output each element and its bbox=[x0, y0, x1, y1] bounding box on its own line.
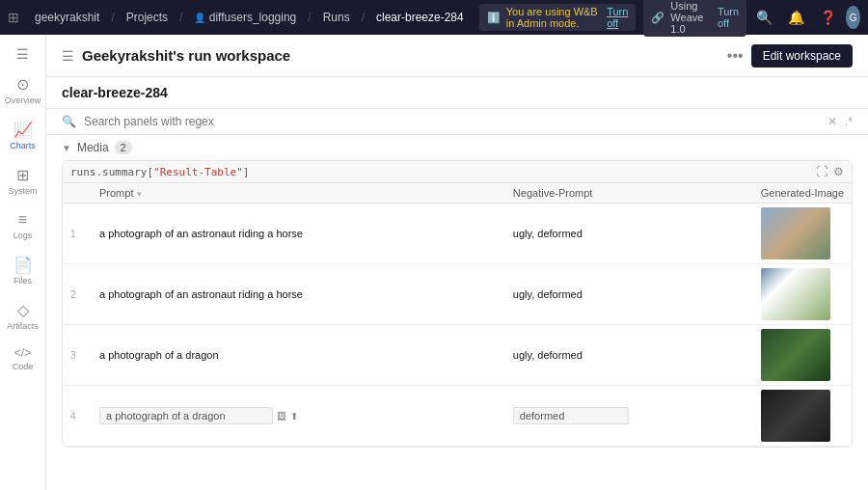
upload-icon: ⬆ bbox=[290, 411, 298, 422]
weave-banner: 🔗 Using Weave 1.0 Turn off bbox=[643, 0, 746, 37]
code-key: "Result-Table" bbox=[153, 166, 243, 178]
col-prompt[interactable]: Prompt ▾ bbox=[92, 183, 505, 204]
generated-image-2 bbox=[761, 268, 830, 320]
edit-cell-prompt-4: 🖼 ⬆ bbox=[99, 407, 498, 424]
section-count-badge: 2 bbox=[115, 141, 132, 154]
col-generated-image: Generated-Image bbox=[753, 183, 852, 204]
cell-img-4 bbox=[753, 386, 852, 447]
edit-workspace-button[interactable]: Edit workspace bbox=[751, 44, 853, 68]
cell-negative-2: ugly, deformed bbox=[505, 264, 753, 325]
sidebar-item-overview[interactable]: ⊙ Overview bbox=[2, 69, 44, 111]
nav-workspace[interactable]: geekyrakshit bbox=[27, 11, 107, 24]
admin-turnoff-button[interactable]: Turn off bbox=[607, 6, 628, 29]
row-num-4: 4 bbox=[63, 386, 92, 447]
logs-icon: ≡ bbox=[18, 211, 27, 229]
search-input[interactable] bbox=[84, 115, 820, 128]
charts-icon: 📈 bbox=[14, 121, 33, 139]
cell-prompt-2: a photograph of an astronaut riding a ho… bbox=[92, 264, 505, 325]
sidebar: ☰ ⊙ Overview 📈 Charts ⊞ System ≡ Logs 📄 … bbox=[0, 35, 46, 490]
artifacts-icon: ◇ bbox=[17, 301, 29, 319]
row-num-2: 2 bbox=[63, 264, 92, 325]
search-bar: 🔍 ✕ .* bbox=[46, 109, 868, 135]
cell-negative-3: ugly, deformed bbox=[505, 325, 753, 386]
col-row-num bbox=[63, 183, 92, 204]
table-row: 4 🖼 ⬆ bbox=[63, 386, 852, 447]
data-table: Prompt ▾ Negative-Prompt Generated-Image… bbox=[63, 183, 852, 447]
table-row: 3 a photograph of a dragon ugly, deforme… bbox=[63, 325, 852, 386]
avatar[interactable]: G bbox=[846, 6, 860, 29]
files-icon: 📄 bbox=[14, 256, 33, 274]
help-button[interactable]: ❓ bbox=[814, 10, 842, 25]
code-bracket-close: ] bbox=[243, 166, 250, 178]
cell-negative-4 bbox=[505, 386, 753, 447]
panel-actions: ⛶ ⚙ bbox=[816, 165, 844, 178]
nav-projects[interactable]: Projects bbox=[119, 11, 176, 24]
cell-img-3 bbox=[753, 325, 852, 386]
section-arrow-icon: ▼ bbox=[62, 143, 71, 153]
prompt-input-4[interactable] bbox=[99, 407, 273, 424]
panel-code-label: runs.summary["Result-Table"] bbox=[70, 166, 249, 178]
grid-icon: ⊞ bbox=[8, 10, 19, 25]
admin-banner: ℹ️ You are using W&B in Admin mode. Turn… bbox=[479, 4, 637, 31]
sidebar-item-files[interactable]: 📄 Files bbox=[2, 250, 44, 291]
table-row: 2 a photograph of an astronaut riding a … bbox=[63, 264, 852, 325]
prompt-sort-icon[interactable]: ▾ bbox=[137, 189, 142, 199]
generated-image-3 bbox=[761, 329, 830, 381]
run-name-bar: clear-breeze-284 bbox=[46, 77, 868, 109]
workspace-header: ☰ Geekyrakshit's run workspace ••• Edit … bbox=[46, 35, 868, 77]
sidebar-collapse-button[interactable]: ☰ bbox=[13, 42, 33, 66]
negative-input-4[interactable] bbox=[513, 407, 629, 424]
media-section-header[interactable]: ▼ Media 2 bbox=[46, 135, 868, 160]
cell-prompt-3: a photograph of a dragon bbox=[92, 325, 505, 386]
cell-negative-1: ugly, deformed bbox=[505, 204, 753, 264]
cell-img-2 bbox=[753, 264, 852, 325]
workspace-title: Geekyrakshit's run workspace bbox=[82, 47, 719, 64]
system-icon: ⊞ bbox=[16, 166, 29, 184]
panel-area: ▼ Media 2 runs.summary["Result-Table"] ⛶… bbox=[46, 135, 868, 490]
row-num-1: 1 bbox=[63, 204, 92, 264]
sidebar-item-code[interactable]: </> Code bbox=[2, 340, 44, 377]
run-name-label: clear-breeze-284 bbox=[62, 85, 168, 100]
nav-run-name[interactable]: clear-breeze-284 bbox=[368, 11, 472, 24]
weave-icon: 🔗 bbox=[651, 12, 665, 24]
sidebar-item-artifacts[interactable]: ◇ Artifacts bbox=[2, 295, 44, 337]
weave-turnoff-button[interactable]: Turn off bbox=[718, 6, 739, 29]
cell-prompt-1: a photograph of an astronaut riding a ho… bbox=[92, 204, 505, 264]
notifications-button[interactable]: 🔔 bbox=[782, 10, 810, 25]
top-nav: ⊞ geekyrakshit / Projects / 👤 diffusers_… bbox=[0, 0, 868, 35]
table-panel: runs.summary["Result-Table"] ⛶ ⚙ Prompt bbox=[62, 160, 853, 448]
panel-toolbar: runs.summary["Result-Table"] ⛶ ⚙ bbox=[63, 161, 852, 183]
generated-image-1 bbox=[761, 207, 830, 259]
search-icon: 🔍 bbox=[62, 115, 76, 128]
main-layout: ☰ ⊙ Overview 📈 Charts ⊞ System ≡ Logs 📄 … bbox=[0, 35, 868, 490]
sidebar-item-system[interactable]: ⊞ System bbox=[2, 160, 44, 202]
panel-expand-button[interactable]: ⛶ bbox=[816, 165, 827, 178]
cell-img-1 bbox=[753, 204, 852, 264]
panel-settings-button[interactable]: ⚙ bbox=[833, 165, 844, 178]
sidebar-item-charts[interactable]: 📈 Charts bbox=[2, 115, 44, 156]
info-icon: ℹ️ bbox=[487, 12, 501, 24]
workspace-collapse-button[interactable]: ☰ bbox=[62, 48, 74, 64]
table-row: 1 a photograph of an astronaut riding a … bbox=[63, 204, 852, 264]
code-icon: </> bbox=[14, 346, 31, 360]
overview-icon: ⊙ bbox=[16, 75, 29, 94]
content-area: ☰ Geekyrakshit's run workspace ••• Edit … bbox=[46, 35, 868, 490]
user-icon: 👤 bbox=[194, 13, 205, 23]
section-label: Media bbox=[77, 141, 109, 154]
table-header-row: Prompt ▾ Negative-Prompt Generated-Image bbox=[63, 183, 852, 204]
nav-diffusers[interactable]: 👤 diffusers_logging bbox=[186, 11, 304, 24]
generated-image-4 bbox=[761, 390, 830, 442]
row-num-3: 3 bbox=[63, 325, 92, 386]
workspace-more-button[interactable]: ••• bbox=[727, 47, 744, 65]
image-icon: 🖼 bbox=[277, 411, 286, 422]
col-negative-prompt: Negative-Prompt bbox=[505, 183, 753, 204]
sidebar-item-logs[interactable]: ≡ Logs bbox=[2, 205, 44, 246]
code-prefix: runs.summary bbox=[70, 166, 147, 178]
search-clear-button[interactable]: ✕ bbox=[827, 115, 837, 128]
search-regex-button[interactable]: .* bbox=[845, 115, 853, 128]
nav-runs[interactable]: Runs bbox=[315, 11, 358, 24]
cell-prompt-4: 🖼 ⬆ bbox=[92, 386, 505, 447]
search-nav-button[interactable]: 🔍 bbox=[750, 10, 778, 25]
